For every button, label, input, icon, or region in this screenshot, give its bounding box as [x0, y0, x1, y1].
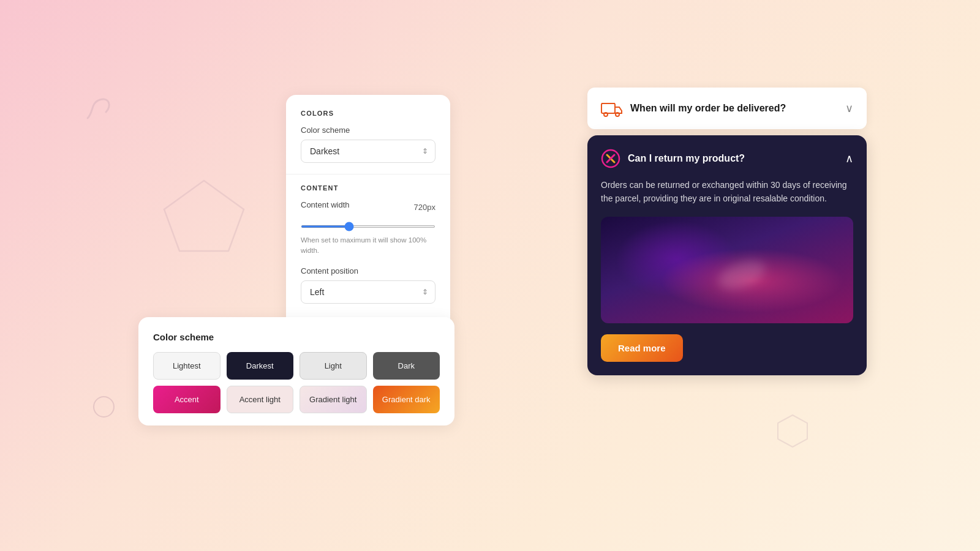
content-width-value: 720px — [414, 203, 435, 212]
scheme-btn-lightest[interactable]: Lightest — [153, 352, 221, 380]
scheme-btn-accent[interactable]: Accent — [153, 386, 221, 413]
divider-1 — [286, 174, 450, 174]
scheme-btn-light[interactable]: Light — [300, 352, 367, 380]
svg-point-4 — [616, 113, 619, 116]
content-position-label: Content position — [301, 266, 435, 276]
chevron-up-icon[interactable]: ∧ — [845, 152, 853, 165]
content-width-slider-container — [301, 219, 435, 230]
pentagon-decoration — [161, 178, 247, 257]
faq-return-question: Can I return my product? — [628, 153, 745, 164]
color-scheme-card-title: Color scheme — [153, 332, 440, 342]
svg-marker-1 — [778, 415, 807, 447]
svg-rect-2 — [601, 103, 615, 113]
faq-panel: When will my order be delivered? ∨ Can I… — [587, 88, 867, 375]
faq-delivery-question: When will my order be delivered? — [630, 103, 786, 114]
scheme-grid: Lightest Darkest Light Dark Accent Accen… — [153, 352, 440, 413]
image-highlight — [715, 255, 769, 294]
content-width-helper: When set to maximum it will show 100% wi… — [301, 235, 435, 257]
scheme-btn-dark[interactable]: Dark — [373, 352, 440, 380]
color-scheme-card: Color scheme Lightest Darkest Light Dark… — [138, 317, 454, 425]
chevron-down-icon: ∨ — [845, 102, 853, 115]
svg-point-3 — [604, 113, 608, 116]
delivery-truck-icon — [601, 100, 623, 117]
scheme-btn-gradient-dark[interactable]: Gradient dark — [373, 386, 440, 413]
faq-return-answer: Orders can be returned or exchanged with… — [601, 178, 853, 206]
faq-item-return: Can I return my product? ∧ Orders can be… — [587, 135, 867, 375]
color-scheme-select[interactable]: Lightest Light Dark Darkest Accent Accen… — [301, 140, 435, 163]
faq-return-image — [601, 217, 853, 323]
content-position-select-wrapper: Left Center Right ⇕ — [301, 280, 435, 304]
faq-return-header: Can I return my product? ∧ — [601, 149, 853, 168]
faq-image-gradient — [601, 217, 853, 323]
svg-marker-0 — [164, 181, 244, 251]
scheme-btn-darkest[interactable]: Darkest — [227, 352, 294, 380]
circle-decoration-left — [93, 396, 115, 418]
faq-delivery-header: When will my order be delivered? — [601, 100, 786, 117]
colors-section-title: COLORS — [301, 110, 435, 117]
squiggle-decoration — [81, 91, 118, 127]
color-scheme-select-wrapper: Lightest Light Dark Darkest Accent Accen… — [301, 140, 435, 163]
read-more-button[interactable]: Read more — [601, 334, 683, 362]
faq-item-delivery[interactable]: When will my order be delivered? ∨ — [587, 88, 867, 129]
scheme-btn-gradient-light[interactable]: Gradient light — [300, 386, 367, 413]
content-width-label: Content width — [301, 200, 350, 209]
content-position-select[interactable]: Left Center Right — [301, 280, 435, 304]
faq-return-title-group: Can I return my product? — [601, 149, 745, 168]
content-section-title: CONTENT — [301, 184, 435, 192]
scheme-btn-accent-light[interactable]: Accent light — [227, 386, 294, 413]
hexagon-decoration — [775, 414, 810, 448]
content-width-slider[interactable] — [301, 225, 435, 228]
color-scheme-label: Color scheme — [301, 126, 435, 135]
x-mark-icon — [601, 149, 620, 168]
colors-panel: COLORS Color scheme Lightest Light Dark … — [286, 95, 450, 329]
